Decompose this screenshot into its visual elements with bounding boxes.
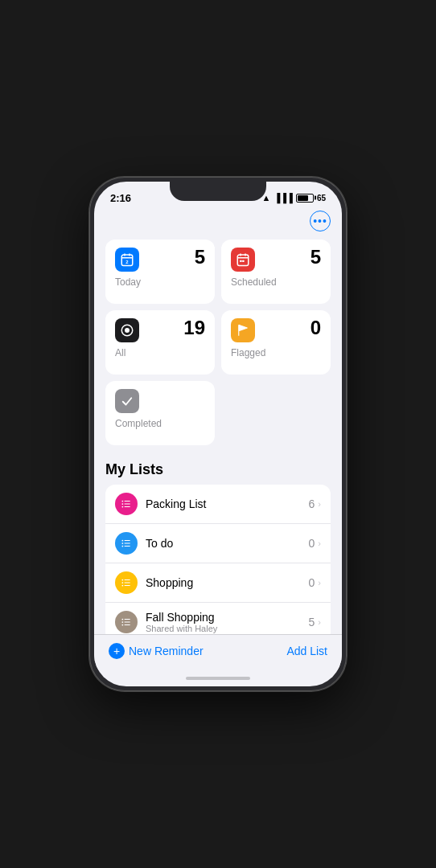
top-bar: ••• [105, 211, 331, 231]
new-reminder-label: New Reminder [129, 645, 204, 657]
scheduled-label: Scheduled [231, 276, 321, 288]
shopping-list-chevron: › [318, 578, 321, 588]
fall-shopping-list-text: Fall Shopping Shared with Haley [146, 611, 309, 633]
svg-point-35 [121, 621, 123, 623]
svg-point-23 [121, 542, 123, 544]
fall-shopping-list-right: 5 › [309, 616, 321, 628]
fall-shopping-list-subtitle: Shared with Haley [146, 624, 309, 633]
completed-card[interactable]: Completed [105, 381, 215, 445]
all-card[interactable]: 19 All [105, 310, 215, 375]
battery-icon [296, 194, 314, 203]
today-icon: 2 [115, 248, 139, 272]
today-card[interactable]: 2 5 Today [105, 240, 215, 304]
svg-point-28 [121, 579, 123, 581]
packing-list-icon [115, 493, 138, 515]
all-icon [115, 318, 139, 342]
todo-list-count: 0 [309, 537, 315, 550]
svg-point-22 [121, 540, 123, 542]
phone-frame: 2:16 ▲ ▐▐▐ 65 ••• [89, 177, 347, 691]
fall-shopping-list-icon [115, 611, 138, 633]
svg-point-30 [121, 585, 123, 587]
my-lists-container: Packing List 6 › [105, 485, 331, 634]
todo-list-chevron: › [318, 538, 321, 548]
svg-point-18 [121, 506, 123, 508]
main-content: ••• 2 [94, 207, 342, 634]
completed-icon [115, 389, 139, 413]
today-label: Today [115, 276, 205, 288]
svg-point-24 [121, 546, 123, 547]
scheduled-icon [231, 248, 255, 272]
fall-shopping-list-name: Fall Shopping [146, 611, 309, 624]
packing-list-name: Packing List [146, 497, 309, 510]
svg-rect-9 [240, 260, 241, 262]
battery-percent: 65 [317, 194, 326, 203]
home-bar [186, 677, 250, 680]
add-list-button[interactable]: Add List [286, 645, 327, 657]
my-lists-header: My Lists [105, 461, 331, 478]
svg-point-36 [121, 624, 123, 626]
svg-point-17 [121, 503, 123, 505]
scheduled-card[interactable]: 5 Scheduled [221, 240, 331, 304]
shopping-list-count: 0 [309, 576, 315, 589]
flagged-card[interactable]: 0 Flagged [221, 310, 331, 375]
all-label: All [115, 347, 205, 358]
packing-list-count: 6 [309, 497, 315, 510]
todo-list-icon [115, 532, 138, 555]
all-count: 19 [183, 318, 205, 338]
packing-list-item[interactable]: Packing List 6 › [105, 485, 331, 524]
fall-shopping-list-chevron: › [318, 617, 321, 627]
fall-shopping-list-item[interactable]: Fall Shopping Shared with Haley 5 › [105, 603, 331, 634]
status-time: 2:16 [110, 192, 131, 204]
new-reminder-button[interactable]: + New Reminder [109, 643, 204, 659]
shopping-list-name: Shopping [146, 576, 309, 589]
svg-point-34 [121, 619, 123, 620]
bottom-toolbar: + New Reminder Add List [94, 634, 342, 670]
todo-list-text: To do [146, 537, 309, 550]
svg-text:2: 2 [125, 260, 129, 264]
packing-list-chevron: › [318, 499, 321, 509]
signal-icon: ▐▐▐ [274, 193, 292, 203]
more-button[interactable]: ••• [310, 211, 331, 231]
shopping-list-text: Shopping [146, 576, 309, 589]
notch [170, 182, 266, 201]
svg-point-29 [121, 582, 123, 583]
more-icon: ••• [313, 215, 327, 227]
shopping-list-item[interactable]: Shopping 0 › [105, 563, 331, 603]
scheduled-count: 5 [311, 248, 321, 267]
fall-shopping-list-count: 5 [309, 616, 315, 628]
packing-list-right: 6 › [309, 497, 321, 510]
shopping-list-right: 0 › [309, 576, 321, 589]
phone-screen: 2:16 ▲ ▐▐▐ 65 ••• [94, 182, 342, 686]
packing-list-text: Packing List [146, 497, 309, 510]
todo-list-name: To do [146, 537, 309, 550]
completed-label: Completed [115, 418, 205, 429]
svg-point-16 [121, 501, 123, 502]
svg-point-12 [125, 328, 130, 333]
today-count: 5 [195, 248, 205, 267]
flagged-count: 0 [311, 318, 321, 338]
flagged-label: Flagged [231, 347, 321, 358]
shopping-list-icon [115, 571, 138, 594]
status-icons: ▲ ▐▐▐ 65 [262, 193, 326, 203]
todo-list-item[interactable]: To do 0 › [105, 524, 331, 563]
new-reminder-icon: + [109, 643, 125, 659]
flagged-icon [231, 318, 255, 342]
smart-lists-grid: 2 5 Today [105, 240, 331, 445]
home-indicator [94, 670, 342, 686]
todo-list-right: 0 › [309, 537, 321, 550]
svg-rect-10 [242, 260, 244, 262]
